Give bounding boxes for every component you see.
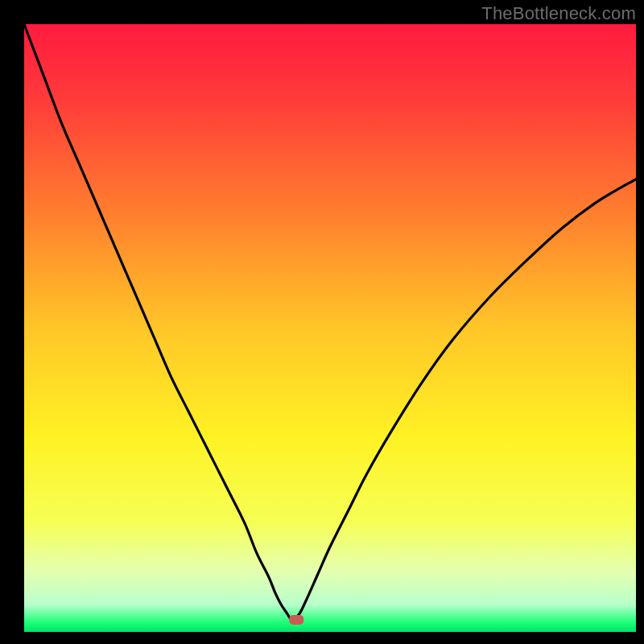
optimal-point-marker [289, 615, 303, 625]
bottleneck-chart [0, 0, 644, 644]
watermark-text: TheBottleneck.com [481, 3, 636, 24]
plot-background [24, 24, 636, 632]
chart-container: TheBottleneck.com [0, 0, 644, 644]
